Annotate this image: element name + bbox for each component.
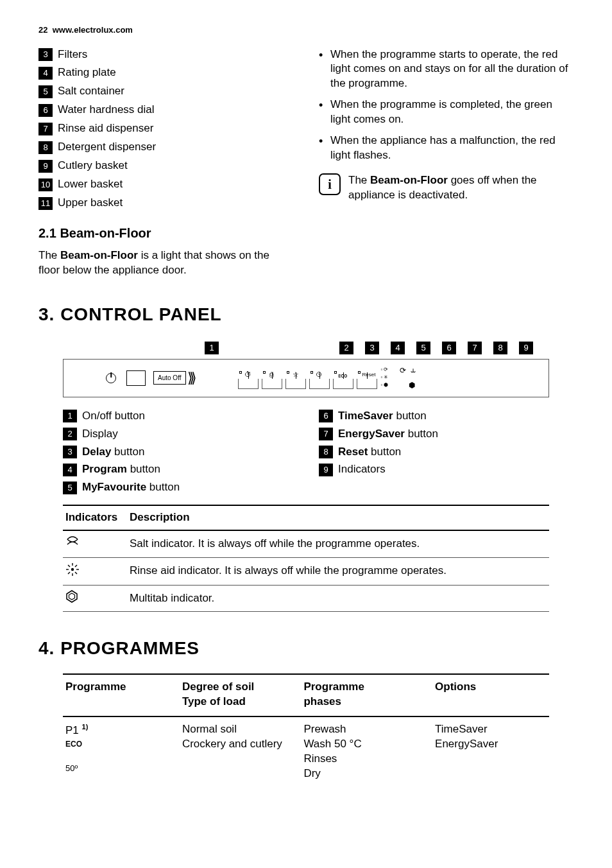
- num-badge: 8: [38, 141, 53, 154]
- num-badge: 10: [38, 178, 53, 191]
- list-item: When the programme is completed, the gre…: [319, 98, 574, 127]
- num-badge: 7: [38, 123, 53, 135]
- svg-point-8: [72, 568, 74, 570]
- diagram-label: 9: [519, 342, 533, 354]
- prog-name-cell: P1 1) ECO 50º: [63, 716, 180, 786]
- prog-options-cell: TimeSaver EnergySaver: [432, 716, 549, 786]
- wash-icon: ⟳: [400, 365, 406, 376]
- list-item: 9Cutlery basket: [38, 159, 293, 173]
- salt-indicator-icon: [63, 530, 127, 557]
- diagram-label: 3: [365, 342, 379, 354]
- diagram-label: 5: [416, 342, 430, 354]
- num-badge: 1: [63, 410, 77, 422]
- programmes-table: Programme Degree of soilType of load Pro…: [63, 673, 549, 786]
- svg-marker-10: [69, 593, 75, 600]
- arrows-icon: ⟩⟩⟩: [187, 369, 193, 388]
- num-badge: 2: [63, 428, 77, 440]
- th-soil: Degree of soilType of load: [180, 674, 302, 716]
- section-3-heading: 3. CONTROL PANEL: [38, 302, 574, 327]
- delay-btn-icon: ⏱: [238, 379, 259, 389]
- list-item: 7Rinse aid dispenser: [38, 121, 293, 136]
- tab-icon: ⬢: [409, 380, 415, 390]
- page-number: 22: [38, 25, 47, 35]
- num-badge: 9: [319, 464, 333, 476]
- multitab-indicator-icon: [63, 585, 127, 611]
- list-item: When the programme starts to operate, th…: [319, 48, 574, 92]
- num-badge: 3: [63, 446, 77, 458]
- salt-indicator-desc: Salt indicator. It is always off while t…: [127, 530, 549, 557]
- power-icon: [106, 373, 116, 383]
- program-btn-icon: ⎙: [262, 379, 282, 389]
- info-callout: The Beam-on-Floor goes off when the appl…: [319, 173, 574, 203]
- control-panel-diagram: 1 2 3 4 5 6 7 8 9 Auto Off ⟩⟩⟩ ⏱ ⎙ ☆ ⏲ ᴇ…: [63, 359, 549, 397]
- svg-line-5: [75, 572, 77, 574]
- prog-soil-cell: Normal soil Crockery and cutlery: [180, 716, 302, 786]
- svg-line-6: [68, 572, 70, 574]
- control-legend-left: 1On/off button 2Display 3Delay button 4P…: [63, 409, 293, 496]
- info-icon: [319, 173, 341, 195]
- num-badge: 4: [38, 67, 53, 80]
- list-item: 6Water hardness dial: [38, 103, 293, 117]
- th-programme: Programme: [63, 674, 180, 716]
- end-icons: ⟳⥿ ⬢: [400, 365, 416, 390]
- steam-icon: ⥿: [410, 365, 416, 376]
- autooff-label: Auto Off: [153, 371, 186, 385]
- timesaver-btn-icon: ⏲: [309, 379, 330, 389]
- multitab-indicator-desc: Multitab indicator.: [127, 585, 549, 611]
- list-item: 3Filters: [38, 48, 293, 62]
- diagram-label: 4: [391, 342, 405, 354]
- display-icon: [126, 370, 146, 386]
- table-row: Salt indicator. It is always off while t…: [63, 530, 549, 557]
- indicators-table: Indicators Description Salt indicator. I…: [63, 505, 549, 612]
- list-item: 11Upper basket: [38, 196, 293, 211]
- svg-line-4: [68, 565, 70, 567]
- th-description: Description: [127, 505, 549, 530]
- header-url: www.electrolux.com: [53, 25, 133, 35]
- beam-intro: The Beam-on-Floor is a light that shows …: [38, 248, 293, 278]
- control-legend-right: 6TimeSaver button 7EnergySaver button 8R…: [319, 409, 549, 478]
- th-phases: Programmephases: [301, 674, 432, 716]
- info-text: The Beam-on-Floor goes off when the appl…: [348, 173, 574, 203]
- table-row: Multitab indicator.: [63, 585, 549, 611]
- diagram-label: 2: [339, 342, 353, 354]
- th-indicators: Indicators: [63, 505, 127, 530]
- section-4-heading: 4. PROGRAMMES: [38, 636, 574, 661]
- num-badge: 3: [38, 48, 53, 61]
- table-row: Rinse aid indicator. It is always off wh…: [63, 557, 549, 585]
- num-badge: 9: [38, 160, 53, 173]
- diagram-label: 8: [493, 342, 507, 354]
- num-badge: 5: [38, 85, 53, 98]
- svg-marker-9: [67, 591, 77, 602]
- diagram-label: 7: [468, 342, 482, 354]
- diagram-label: 6: [442, 342, 456, 354]
- rinse-indicator-desc: Rinse aid indicator. It is always off wh…: [127, 557, 549, 585]
- num-badge: 4: [63, 464, 77, 476]
- rinse-indicator-icon: [63, 557, 127, 585]
- list-item: 10Lower basket: [38, 177, 293, 192]
- reset-btn-icon: Reset: [357, 379, 377, 389]
- energysaver-btn-icon: ᴇᴄᴏ: [333, 379, 353, 389]
- num-badge: 11: [38, 197, 53, 210]
- indicator-stack-icon: ⟳✳⬢: [381, 367, 389, 388]
- diagram-label: 1: [205, 342, 219, 354]
- list-item: 8Detergent dispenser: [38, 140, 293, 155]
- favourite-btn-icon: ☆: [285, 379, 306, 389]
- num-badge: 8: [319, 446, 333, 458]
- prog-phases-cell: Prewash Wash 50 °C Rinses Dry: [301, 716, 432, 786]
- num-badge: 7: [319, 428, 333, 440]
- num-badge: 6: [38, 104, 53, 117]
- page-header: 22 www.electrolux.com: [38, 24, 574, 36]
- num-badge: 5: [63, 482, 77, 494]
- table-row: P1 1) ECO 50º Normal soil Crockery and c…: [63, 716, 549, 786]
- num-badge: 6: [319, 410, 333, 422]
- list-item: 4Rating plate: [38, 65, 293, 80]
- svg-line-7: [75, 565, 77, 567]
- subsection-2-1: 2.1 Beam-on-Floor: [38, 225, 293, 242]
- list-item: When the appliance has a malfunction, th…: [319, 134, 574, 163]
- list-item: 5Salt container: [38, 84, 293, 99]
- th-options: Options: [432, 674, 549, 716]
- beam-bullets: When the programme starts to operate, th…: [319, 48, 574, 164]
- parts-list: 3Filters 4Rating plate 5Salt container 6…: [38, 48, 293, 211]
